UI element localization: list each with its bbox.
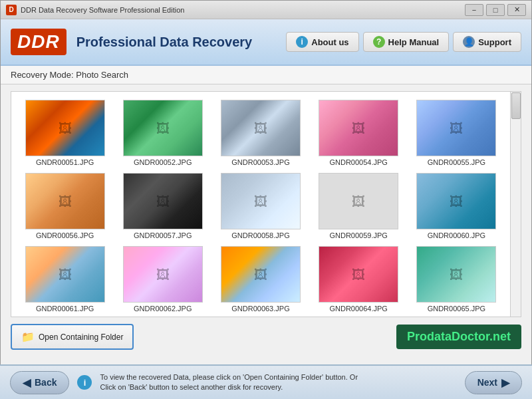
- image-filename: GNDR00053.JPG: [231, 158, 289, 166]
- thumbnail: [123, 100, 203, 156]
- back-arrow-icon: ◀: [23, 376, 31, 389]
- folder-icon: 📁: [21, 331, 35, 343]
- thumbnail: [25, 100, 105, 156]
- image-filename: GNDR00061.JPG: [36, 305, 94, 313]
- footer-info-icon: i: [77, 375, 92, 390]
- thumbnail: [319, 173, 398, 229]
- next-button[interactable]: Next ▶: [465, 371, 522, 394]
- title-bar: D DDR Data Recovery Software Professiona…: [1, 1, 531, 19]
- support-label: Support: [478, 37, 511, 47]
- image-filename: GNDR00059.JPG: [329, 231, 387, 239]
- image-filename: GNDR00064.JPG: [329, 305, 387, 313]
- image-filename: GNDR00055.JPG: [428, 158, 485, 166]
- about-label: About us: [311, 37, 348, 47]
- list-item[interactable]: GNDR00065.JPG: [411, 246, 502, 313]
- open-folder-label: Open Containing Folder: [39, 332, 123, 342]
- app-icon: D: [6, 5, 17, 15]
- thumbnail: [416, 100, 496, 156]
- thumbnail: [221, 173, 301, 229]
- info-icon: i: [296, 36, 308, 48]
- footer-info-text: To view the recovered Data, please click…: [100, 372, 456, 393]
- list-item[interactable]: GNDR00056.JPG: [19, 173, 110, 239]
- recovery-mode-label: Recovery Mode:: [11, 70, 74, 80]
- footer-line2: Click on 'Back' button to select another…: [100, 383, 283, 391]
- scroll-thumb[interactable]: [511, 92, 521, 119]
- scrollbar[interactable]: [510, 92, 521, 317]
- help-label: Help Manual: [388, 37, 440, 47]
- image-filename: GNDR00065.JPG: [428, 305, 485, 313]
- footer: ◀ Back i To view the recovered Data, ple…: [0, 364, 532, 399]
- close-button[interactable]: ✕: [507, 4, 526, 16]
- header-nav: i About us ? Help Manual 👤 Support: [286, 32, 521, 52]
- action-bar: 📁 Open Containing Folder ProdataDoctor.n…: [11, 324, 521, 350]
- image-grid: GNDR00051.JPGGNDR00052.JPGGNDR00053.JPGG…: [11, 92, 521, 317]
- list-item[interactable]: GNDR00059.JPG: [313, 173, 404, 239]
- thumbnail: [123, 246, 203, 303]
- list-item[interactable]: GNDR00060.JPG: [411, 173, 502, 239]
- image-filename: GNDR00052.JPG: [134, 158, 192, 166]
- image-filename: GNDR00062.JPG: [134, 305, 192, 313]
- thumbnail: [416, 246, 496, 303]
- thumbnail: [319, 100, 398, 156]
- window-controls: − □ ✕: [465, 4, 526, 16]
- minimize-button[interactable]: −: [465, 4, 483, 16]
- thumbnail: [221, 100, 301, 156]
- help-icon: ?: [373, 36, 385, 48]
- image-filename: GNDR00054.JPG: [329, 158, 387, 166]
- thumbnail: [221, 246, 301, 303]
- list-item[interactable]: GNDR00063.JPG: [215, 246, 306, 313]
- open-containing-folder-button[interactable]: 📁 Open Containing Folder: [11, 324, 134, 350]
- list-item[interactable]: GNDR00055.JPG: [411, 100, 502, 166]
- image-filename: GNDR00057.JPG: [134, 231, 192, 239]
- back-button[interactable]: ◀ Back: [10, 371, 69, 394]
- list-item[interactable]: GNDR00057.JPG: [117, 173, 208, 239]
- thumbnail: [319, 246, 398, 303]
- image-filename: GNDR00056.JPG: [36, 231, 94, 239]
- support-button[interactable]: 👤 Support: [453, 32, 521, 52]
- footer-line1: To view the recovered Data, please click…: [100, 373, 358, 381]
- maximize-button[interactable]: □: [486, 4, 505, 16]
- thumbnail: [25, 173, 105, 229]
- image-filename: GNDR00063.JPG: [231, 305, 289, 313]
- app-title: Professional Data Recovery: [76, 35, 253, 50]
- image-filename: GNDR00058.JPG: [231, 231, 289, 239]
- support-icon: 👤: [463, 36, 475, 48]
- list-item[interactable]: GNDR00061.JPG: [19, 246, 110, 313]
- image-filename: GNDR00051.JPG: [36, 158, 94, 166]
- recovery-mode-bar: Recovery Mode: Photo Search: [1, 66, 531, 84]
- brand-logo: ProdataDoctor.net: [396, 325, 521, 349]
- list-item[interactable]: GNDR00054.JPG: [313, 100, 404, 166]
- next-label: Next: [477, 377, 497, 388]
- about-button[interactable]: i About us: [286, 32, 358, 52]
- list-item[interactable]: GNDR00053.JPG: [215, 100, 306, 166]
- back-label: Back: [35, 377, 57, 388]
- list-item[interactable]: GNDR00052.JPG: [117, 100, 208, 166]
- thumbnail: [416, 173, 496, 229]
- help-button[interactable]: ? Help Manual: [363, 32, 450, 52]
- thumbnail: [123, 173, 203, 229]
- next-arrow-icon: ▶: [501, 376, 509, 389]
- list-item[interactable]: GNDR00062.JPG: [117, 246, 208, 313]
- header: DDR Professional Data Recovery i About u…: [1, 19, 531, 66]
- image-filename: GNDR00060.JPG: [428, 231, 485, 239]
- image-gallery: GNDR00051.JPGGNDR00052.JPGGNDR00053.JPGG…: [11, 91, 521, 317]
- recovery-mode-value: Photo Search: [76, 70, 128, 80]
- ddr-logo: DDR: [11, 29, 66, 55]
- list-item[interactable]: GNDR00051.JPG: [19, 100, 110, 166]
- list-item[interactable]: GNDR00058.JPG: [215, 173, 306, 239]
- window-title: DDR Data Recovery Software Professional …: [21, 6, 465, 14]
- thumbnail: [25, 246, 105, 303]
- list-item[interactable]: GNDR00064.JPG: [313, 246, 404, 313]
